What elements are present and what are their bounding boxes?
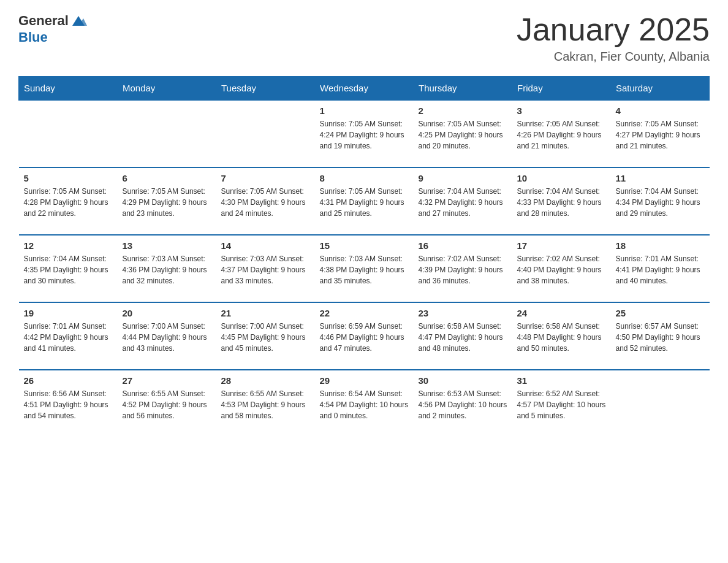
calendar-day-header: Monday [118, 77, 216, 101]
calendar-header-row: SundayMondayTuesdayWednesdayThursdayFrid… [19, 77, 710, 101]
page-title: January 2025 [517, 12, 710, 47]
calendar-cell: 18Sunrise: 7:01 AM Sunset: 4:41 PM Dayli… [611, 235, 710, 302]
calendar-day-header: Thursday [414, 77, 512, 101]
logo-general-text: General [18, 13, 69, 29]
day-info: Sunrise: 6:55 AM Sunset: 4:53 PM Dayligh… [221, 388, 310, 421]
day-number: 27 [123, 375, 211, 386]
calendar-week-row: 19Sunrise: 7:01 AM Sunset: 4:42 PM Dayli… [19, 302, 710, 370]
day-number: 24 [517, 308, 606, 318]
page-header: General Blue January 2025 Cakran, Fier C… [18, 12, 710, 64]
calendar-day-header: Tuesday [216, 77, 315, 101]
calendar-week-row: 26Sunrise: 6:56 AM Sunset: 4:51 PM Dayli… [19, 370, 710, 437]
day-info: Sunrise: 7:05 AM Sunset: 4:28 PM Dayligh… [24, 186, 113, 219]
calendar-day-header: Saturday [611, 77, 710, 101]
day-number: 18 [616, 240, 705, 251]
day-info: Sunrise: 6:59 AM Sunset: 4:46 PM Dayligh… [320, 321, 409, 354]
day-number: 31 [517, 375, 606, 386]
calendar-cell: 21Sunrise: 7:00 AM Sunset: 4:45 PM Dayli… [216, 302, 315, 370]
logo-blue-text: Blue [18, 29, 48, 45]
day-number: 5 [24, 173, 113, 183]
day-number: 19 [24, 308, 113, 318]
day-info: Sunrise: 6:57 AM Sunset: 4:50 PM Dayligh… [616, 321, 705, 354]
day-number: 14 [221, 240, 310, 251]
day-number: 6 [123, 173, 211, 183]
calendar-cell: 4Sunrise: 7:05 AM Sunset: 4:27 PM Daylig… [611, 100, 710, 167]
day-number: 13 [123, 240, 211, 251]
calendar-cell [19, 100, 118, 167]
calendar-cell [118, 100, 216, 167]
day-number: 12 [24, 240, 113, 251]
calendar-day-header: Friday [512, 77, 611, 101]
day-info: Sunrise: 7:04 AM Sunset: 4:34 PM Dayligh… [616, 186, 705, 219]
day-number: 23 [419, 308, 507, 318]
calendar-cell: 1Sunrise: 7:05 AM Sunset: 4:24 PM Daylig… [315, 100, 414, 167]
day-number: 29 [320, 375, 409, 386]
day-info: Sunrise: 7:00 AM Sunset: 4:44 PM Dayligh… [123, 321, 211, 354]
calendar-cell: 12Sunrise: 7:04 AM Sunset: 4:35 PM Dayli… [19, 235, 118, 302]
calendar-cell: 8Sunrise: 7:05 AM Sunset: 4:31 PM Daylig… [315, 167, 414, 235]
day-number: 9 [419, 173, 507, 183]
calendar-cell: 19Sunrise: 7:01 AM Sunset: 4:42 PM Dayli… [19, 302, 118, 370]
calendar-header: SundayMondayTuesdayWednesdayThursdayFrid… [19, 77, 710, 101]
day-info: Sunrise: 7:02 AM Sunset: 4:40 PM Dayligh… [517, 253, 606, 286]
calendar-cell: 9Sunrise: 7:04 AM Sunset: 4:32 PM Daylig… [414, 167, 512, 235]
calendar-cell: 7Sunrise: 7:05 AM Sunset: 4:30 PM Daylig… [216, 167, 315, 235]
day-info: Sunrise: 7:04 AM Sunset: 4:35 PM Dayligh… [24, 253, 113, 286]
day-number: 7 [221, 173, 310, 183]
day-number: 16 [419, 240, 507, 251]
day-info: Sunrise: 7:04 AM Sunset: 4:32 PM Dayligh… [419, 186, 507, 219]
day-info: Sunrise: 7:03 AM Sunset: 4:38 PM Dayligh… [320, 253, 409, 286]
day-number: 30 [419, 375, 507, 386]
day-info: Sunrise: 7:05 AM Sunset: 4:25 PM Dayligh… [419, 118, 507, 151]
day-number: 28 [221, 375, 310, 386]
logo: General Blue [18, 12, 87, 45]
calendar-cell: 23Sunrise: 6:58 AM Sunset: 4:47 PM Dayli… [414, 302, 512, 370]
calendar-cell: 28Sunrise: 6:55 AM Sunset: 4:53 PM Dayli… [216, 370, 315, 437]
day-info: Sunrise: 7:03 AM Sunset: 4:37 PM Dayligh… [221, 253, 310, 286]
calendar-day-header: Sunday [19, 77, 118, 101]
calendar-week-row: 12Sunrise: 7:04 AM Sunset: 4:35 PM Dayli… [19, 235, 710, 302]
day-info: Sunrise: 6:52 AM Sunset: 4:57 PM Dayligh… [517, 388, 606, 421]
title-section: January 2025 Cakran, Fier County, Albani… [517, 12, 710, 64]
calendar-cell: 14Sunrise: 7:03 AM Sunset: 4:37 PM Dayli… [216, 235, 315, 302]
day-info: Sunrise: 7:05 AM Sunset: 4:29 PM Dayligh… [123, 186, 211, 219]
calendar-cell: 29Sunrise: 6:54 AM Sunset: 4:54 PM Dayli… [315, 370, 414, 437]
calendar-body: 1Sunrise: 7:05 AM Sunset: 4:24 PM Daylig… [19, 100, 710, 437]
day-info: Sunrise: 7:03 AM Sunset: 4:36 PM Dayligh… [123, 253, 211, 286]
calendar-table: SundayMondayTuesdayWednesdayThursdayFrid… [18, 76, 710, 437]
calendar-cell: 24Sunrise: 6:58 AM Sunset: 4:48 PM Dayli… [512, 302, 611, 370]
calendar-cell: 15Sunrise: 7:03 AM Sunset: 4:38 PM Dayli… [315, 235, 414, 302]
calendar-week-row: 5Sunrise: 7:05 AM Sunset: 4:28 PM Daylig… [19, 167, 710, 235]
calendar-cell: 17Sunrise: 7:02 AM Sunset: 4:40 PM Dayli… [512, 235, 611, 302]
day-info: Sunrise: 7:05 AM Sunset: 4:31 PM Dayligh… [320, 186, 409, 219]
day-info: Sunrise: 7:05 AM Sunset: 4:27 PM Dayligh… [616, 118, 705, 151]
day-info: Sunrise: 7:01 AM Sunset: 4:42 PM Dayligh… [24, 321, 113, 354]
day-number: 10 [517, 173, 606, 183]
calendar-week-row: 1Sunrise: 7:05 AM Sunset: 4:24 PM Daylig… [19, 100, 710, 167]
day-info: Sunrise: 7:05 AM Sunset: 4:30 PM Dayligh… [221, 186, 310, 219]
day-number: 20 [123, 308, 211, 318]
day-number: 3 [517, 105, 606, 116]
calendar-cell: 13Sunrise: 7:03 AM Sunset: 4:36 PM Dayli… [118, 235, 216, 302]
day-info: Sunrise: 7:00 AM Sunset: 4:45 PM Dayligh… [221, 321, 310, 354]
calendar-cell [216, 100, 315, 167]
calendar-cell: 30Sunrise: 6:53 AM Sunset: 4:56 PM Dayli… [414, 370, 512, 437]
day-number: 21 [221, 308, 310, 318]
calendar-cell [611, 370, 710, 437]
day-info: Sunrise: 6:54 AM Sunset: 4:54 PM Dayligh… [320, 388, 409, 421]
day-number: 1 [320, 105, 409, 116]
logo-icon [70, 12, 87, 29]
day-number: 22 [320, 308, 409, 318]
calendar-cell: 6Sunrise: 7:05 AM Sunset: 4:29 PM Daylig… [118, 167, 216, 235]
day-info: Sunrise: 6:58 AM Sunset: 4:48 PM Dayligh… [517, 321, 606, 354]
day-number: 15 [320, 240, 409, 251]
day-info: Sunrise: 7:05 AM Sunset: 4:24 PM Dayligh… [320, 118, 409, 151]
day-number: 17 [517, 240, 606, 251]
day-info: Sunrise: 7:01 AM Sunset: 4:41 PM Dayligh… [616, 253, 705, 286]
day-number: 8 [320, 173, 409, 183]
calendar-cell: 10Sunrise: 7:04 AM Sunset: 4:33 PM Dayli… [512, 167, 611, 235]
calendar-cell: 22Sunrise: 6:59 AM Sunset: 4:46 PM Dayli… [315, 302, 414, 370]
calendar-cell: 25Sunrise: 6:57 AM Sunset: 4:50 PM Dayli… [611, 302, 710, 370]
calendar-cell: 5Sunrise: 7:05 AM Sunset: 4:28 PM Daylig… [19, 167, 118, 235]
day-info: Sunrise: 6:53 AM Sunset: 4:56 PM Dayligh… [419, 388, 507, 421]
